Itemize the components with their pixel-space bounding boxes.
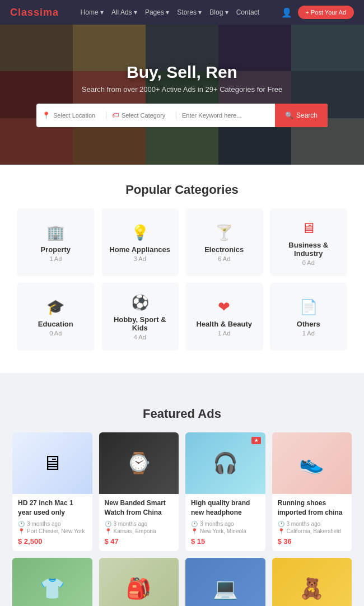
nav-blog[interactable]: Blog ▾ (209, 8, 228, 16)
ad-location: 📍 Kansas, Emporia (105, 528, 174, 534)
category-card-appliances[interactable]: 💡 Home Appliances 3 Ad (101, 208, 179, 276)
ad-image: 🎒 (99, 558, 179, 606)
categories-grid: 🏢 Property 1 Ad 💡 Home Appliances 3 Ad 🍸… (0, 208, 364, 362)
nav-links: Home ▾ All Ads ▾ Pages ▾ Stores ▾ Blog ▾… (81, 8, 259, 16)
category-name: Others (297, 320, 320, 328)
clock-icon: 🕐 (18, 521, 25, 527)
ad-time: 🕐 3 months ago (278, 521, 347, 527)
ad-title: Running shoes imported from china (278, 498, 347, 518)
location-field[interactable]: 📍 (36, 111, 106, 119)
category-count: 4 Ad (134, 334, 146, 341)
ad-thumbnail: ⌚ (99, 432, 179, 494)
ad-card-shoe[interactable]: 👟 Running shoes imported from china 🕐 3 … (272, 432, 352, 551)
category-count: 3 Ad (134, 255, 146, 262)
category-card-electronics[interactable]: 🍸 Electronics 6 Ad (185, 208, 263, 276)
nav-right: 👤 + Post Your Ad (281, 6, 354, 19)
categories-title: Popular Categories (0, 183, 364, 197)
ad-thumbnail: 👕 (12, 558, 92, 606)
category-name: Home Appliances (109, 245, 170, 254)
ad-card-shirt[interactable]: 👕 Team Jersey available in reasonable pr… (12, 558, 92, 606)
ad-card-bag[interactable]: 🎒 Export quality bag pack wholesale min … (99, 558, 179, 606)
ad-image: 🖥 (12, 432, 92, 494)
search-button[interactable]: 🔍 Search (275, 104, 328, 127)
featured-badge: ★ (251, 437, 261, 444)
category-icon: 🏷 (112, 111, 119, 119)
nav-stores[interactable]: Stores ▾ (177, 8, 202, 16)
nav-all-ads[interactable]: All Ads ▾ (111, 8, 137, 16)
hero-overlay: Buy, Sell, Ren Search from over 2000+ Ac… (0, 25, 364, 165)
user-icon[interactable]: 👤 (281, 7, 292, 18)
ad-time: 🕐 3 months ago (105, 521, 174, 527)
pin-icon: 📍 (191, 528, 198, 534)
nav-pages[interactable]: Pages ▾ (145, 8, 169, 16)
category-count: 6 Ad (218, 255, 230, 262)
category-count: 1 Ad (49, 255, 62, 262)
ad-price: $ 47 (105, 537, 174, 546)
category-card-education[interactable]: 🎓 Education 0 Ad (17, 283, 95, 351)
category-card-business[interactable]: 🖥 Business & Industry 0 Ad (270, 208, 348, 276)
category-card-property[interactable]: 🏢 Property 1 Ad (17, 208, 95, 276)
education-icon: 🎓 (46, 300, 64, 314)
search-icon: 🔍 (285, 111, 293, 119)
ad-title: High quality brand new headphone (191, 498, 260, 518)
ad-image: ⌚ (99, 432, 179, 494)
ad-card-mac[interactable]: 🖥 HD 27 inch Mac 1 year used only 🕐 3 mo… (12, 432, 92, 551)
hero-title: Buy, Sell, Ren (127, 63, 237, 82)
location-icon: 📍 (42, 111, 50, 119)
pin-icon: 📍 (278, 528, 284, 534)
post-ad-button[interactable]: + Post Your Ad (298, 6, 354, 19)
keyword-input[interactable] (182, 112, 269, 119)
category-name: Electronics (204, 245, 244, 254)
navbar: Classima Home ▾ All Ads ▾ Pages ▾ Stores… (0, 0, 364, 25)
ad-card-watch[interactable]: ⌚ New Banded Smart Watch from China 🕐 3 … (99, 432, 179, 551)
logo[interactable]: Classima (10, 7, 59, 18)
category-field[interactable]: 🏷 (106, 111, 176, 119)
categories-section: Popular Categories 🏢 Property 1 Ad 💡 Hom… (0, 183, 364, 362)
ad-price: $ 15 (191, 537, 260, 546)
ad-thumbnail: 👟 (272, 432, 352, 494)
ad-image: 👟 (272, 432, 352, 494)
ad-location: 📍 Port Chester, New York (18, 528, 87, 534)
category-name: Education (38, 320, 73, 328)
ad-card-laptop[interactable]: 💻 Ultrabook 2018 core i7 with 16 GB RAM … (185, 558, 265, 606)
ad-thumbnail: 🧸 (272, 558, 352, 606)
featured-section: Featured Ads 🖥 HD 27 inch Mac 1 year use… (0, 373, 364, 606)
category-card-hobby[interactable]: ⚽ Hobby, Sport & Kids 4 Ad (101, 283, 179, 351)
ad-thumbnail: 💻 (185, 558, 265, 606)
ad-card-toys[interactable]: 🧸 Toy Bundle Export Quality form China w… (272, 558, 352, 606)
category-count: 0 Ad (49, 330, 62, 337)
ad-body: Running shoes imported from china 🕐 3 mo… (272, 494, 352, 551)
ad-time: 🕐 3 months ago (18, 521, 87, 527)
ad-title: New Banded Smart Watch from China (105, 498, 174, 518)
category-input[interactable] (122, 112, 170, 119)
clock-icon: 🕐 (191, 521, 198, 527)
property-icon: 🏢 (46, 225, 64, 240)
ad-body: HD 27 inch Mac 1 year used only 🕐 3 mont… (12, 494, 92, 551)
featured-title: Featured Ads (0, 407, 364, 421)
ad-body: High quality brand new headphone 🕐 3 mon… (185, 494, 265, 551)
category-count: 1 Ad (218, 330, 230, 337)
appliances-icon: 💡 (131, 225, 149, 240)
others-icon: 📄 (300, 300, 318, 314)
category-name: Property (41, 245, 71, 254)
pin-icon: 📍 (105, 528, 111, 534)
clock-icon: 🕐 (278, 521, 284, 527)
ad-card-headphone[interactable]: 🎧 ★ High quality brand new headphone 🕐 3… (185, 432, 265, 551)
ad-image: 🧸 (272, 558, 352, 606)
location-input[interactable] (53, 112, 100, 119)
keyword-field[interactable] (176, 112, 275, 119)
hero-subtitle: Search from over 2000+ Active Ads in 29+… (82, 85, 282, 94)
health-icon: ❤ (218, 300, 230, 314)
ad-location: 📍 New York, Mineola (191, 528, 260, 534)
category-card-health[interactable]: ❤ Health & Beauty 1 Ad (185, 283, 263, 351)
category-card-others[interactable]: 📄 Others 1 Ad (270, 283, 348, 351)
clock-icon: 🕐 (105, 521, 111, 527)
ad-body: New Banded Smart Watch from China 🕐 3 mo… (99, 494, 179, 551)
ad-title: HD 27 inch Mac 1 year used only (18, 498, 87, 518)
nav-home[interactable]: Home ▾ (81, 8, 104, 16)
hobby-icon: ⚽ (131, 295, 149, 310)
ad-thumbnail: 🖥 (12, 432, 92, 494)
nav-contact[interactable]: Contact (236, 8, 259, 16)
ad-thumbnail: 🎒 (99, 558, 179, 606)
category-name: Business & Industry (276, 241, 342, 258)
